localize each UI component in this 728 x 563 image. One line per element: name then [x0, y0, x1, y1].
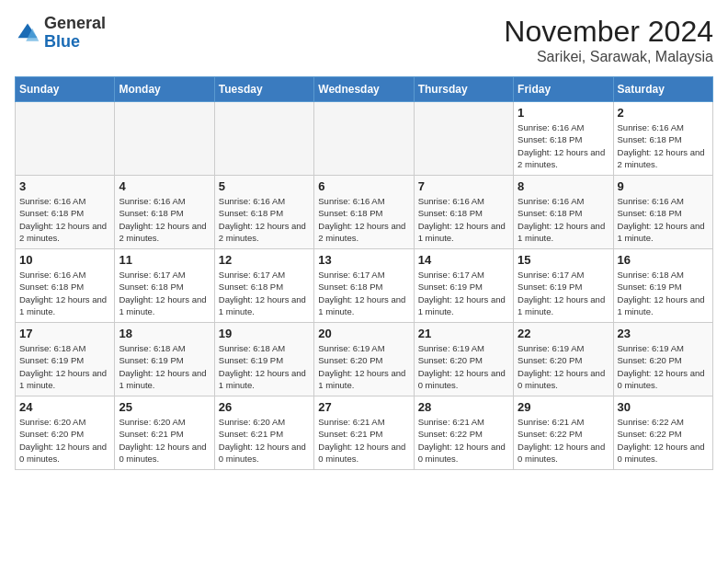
month-title: November 2024 [504, 15, 713, 49]
day-number: 26 [219, 400, 310, 414]
day-number: 22 [518, 327, 609, 340]
title-area: November 2024 Sarikei, Sarawak, Malaysia [504, 15, 713, 65]
day-cell [16, 102, 115, 176]
day-info: Sunrise: 6:17 AM Sunset: 6:19 PM Dayligh… [518, 269, 609, 317]
day-cell: 7Sunrise: 6:16 AM Sunset: 6:18 PM Daylig… [414, 176, 513, 249]
day-number: 9 [618, 179, 709, 193]
day-number: 12 [219, 253, 310, 267]
day-cell: 29Sunrise: 6:21 AM Sunset: 6:22 PM Dayli… [514, 396, 613, 470]
day-info: Sunrise: 6:16 AM Sunset: 6:18 PM Dayligh… [19, 195, 110, 244]
day-cell: 23Sunrise: 6:19 AM Sunset: 6:20 PM Dayli… [613, 323, 712, 396]
day-info: Sunrise: 6:16 AM Sunset: 6:18 PM Dayligh… [219, 195, 310, 244]
day-cell: 19Sunrise: 6:18 AM Sunset: 6:19 PM Dayli… [214, 323, 313, 396]
day-info: Sunrise: 6:18 AM Sunset: 6:19 PM Dayligh… [119, 342, 210, 391]
day-info: Sunrise: 6:18 AM Sunset: 6:19 PM Dayligh… [219, 342, 310, 391]
day-cell: 1Sunrise: 6:16 AM Sunset: 6:18 PM Daylig… [514, 102, 613, 176]
day-cell: 2Sunrise: 6:16 AM Sunset: 6:18 PM Daylig… [613, 102, 712, 176]
day-number: 13 [318, 253, 409, 267]
day-cell: 10Sunrise: 6:16 AM Sunset: 6:18 PM Dayli… [16, 249, 115, 323]
day-cell: 4Sunrise: 6:16 AM Sunset: 6:18 PM Daylig… [115, 176, 214, 249]
day-cell [414, 102, 513, 176]
week-row-2: 3Sunrise: 6:16 AM Sunset: 6:18 PM Daylig… [16, 176, 713, 249]
day-info: Sunrise: 6:16 AM Sunset: 6:18 PM Dayligh… [518, 195, 609, 244]
day-cell [115, 102, 214, 176]
day-number: 23 [618, 327, 709, 340]
day-info: Sunrise: 6:22 AM Sunset: 6:22 PM Dayligh… [618, 416, 709, 465]
day-info: Sunrise: 6:17 AM Sunset: 6:18 PM Dayligh… [219, 269, 310, 317]
weekday-wednesday: Wednesday [314, 77, 414, 102]
day-info: Sunrise: 6:16 AM Sunset: 6:18 PM Dayligh… [518, 121, 609, 170]
day-cell: 28Sunrise: 6:21 AM Sunset: 6:22 PM Dayli… [414, 396, 513, 470]
day-info: Sunrise: 6:17 AM Sunset: 6:18 PM Dayligh… [119, 269, 210, 317]
day-number: 6 [318, 179, 409, 193]
day-cell: 22Sunrise: 6:19 AM Sunset: 6:20 PM Dayli… [514, 323, 613, 396]
day-cell: 27Sunrise: 6:21 AM Sunset: 6:21 PM Dayli… [314, 396, 414, 470]
day-number: 5 [219, 179, 310, 193]
day-info: Sunrise: 6:16 AM Sunset: 6:18 PM Dayligh… [618, 195, 709, 244]
calendar: SundayMondayTuesdayWednesdayThursdayFrid… [15, 76, 713, 470]
day-number: 20 [318, 327, 409, 340]
day-number: 19 [219, 327, 310, 340]
day-cell: 20Sunrise: 6:19 AM Sunset: 6:20 PM Dayli… [314, 323, 414, 396]
day-number: 18 [119, 327, 210, 340]
day-info: Sunrise: 6:16 AM Sunset: 6:18 PM Dayligh… [119, 195, 210, 244]
weekday-thursday: Thursday [414, 77, 513, 102]
day-cell: 16Sunrise: 6:18 AM Sunset: 6:19 PM Dayli… [613, 249, 712, 323]
day-info: Sunrise: 6:20 AM Sunset: 6:21 PM Dayligh… [219, 416, 310, 465]
day-number: 28 [418, 400, 509, 414]
day-cell: 30Sunrise: 6:22 AM Sunset: 6:22 PM Dayli… [613, 396, 712, 470]
logo-blue: Blue [44, 32, 80, 51]
weekday-saturday: Saturday [613, 77, 712, 102]
day-cell [314, 102, 414, 176]
day-cell: 17Sunrise: 6:18 AM Sunset: 6:19 PM Dayli… [16, 323, 115, 396]
weekday-tuesday: Tuesday [214, 77, 313, 102]
logo-text: General Blue [44, 15, 106, 52]
day-cell: 3Sunrise: 6:16 AM Sunset: 6:18 PM Daylig… [16, 176, 115, 249]
day-number: 8 [518, 179, 609, 193]
day-number: 14 [418, 253, 509, 267]
day-info: Sunrise: 6:19 AM Sunset: 6:20 PM Dayligh… [318, 342, 409, 391]
day-cell: 5Sunrise: 6:16 AM Sunset: 6:18 PM Daylig… [214, 176, 313, 249]
day-number: 24 [19, 400, 110, 414]
day-number: 11 [119, 253, 210, 267]
weekday-friday: Friday [514, 77, 613, 102]
day-info: Sunrise: 6:16 AM Sunset: 6:18 PM Dayligh… [618, 121, 709, 170]
day-cell: 14Sunrise: 6:17 AM Sunset: 6:19 PM Dayli… [414, 249, 513, 323]
day-number: 2 [618, 106, 709, 120]
day-info: Sunrise: 6:21 AM Sunset: 6:21 PM Dayligh… [318, 416, 409, 465]
day-number: 21 [418, 327, 509, 340]
day-info: Sunrise: 6:18 AM Sunset: 6:19 PM Dayligh… [618, 269, 709, 317]
day-info: Sunrise: 6:19 AM Sunset: 6:20 PM Dayligh… [518, 342, 609, 391]
day-cell: 21Sunrise: 6:19 AM Sunset: 6:20 PM Dayli… [414, 323, 513, 396]
day-cell: 12Sunrise: 6:17 AM Sunset: 6:18 PM Dayli… [214, 249, 313, 323]
day-info: Sunrise: 6:19 AM Sunset: 6:20 PM Dayligh… [418, 342, 509, 391]
calendar-body: 1Sunrise: 6:16 AM Sunset: 6:18 PM Daylig… [16, 102, 713, 470]
day-cell: 25Sunrise: 6:20 AM Sunset: 6:21 PM Dayli… [115, 396, 214, 470]
day-info: Sunrise: 6:16 AM Sunset: 6:18 PM Dayligh… [19, 269, 110, 317]
day-cell: 9Sunrise: 6:16 AM Sunset: 6:18 PM Daylig… [613, 176, 712, 249]
day-number: 15 [518, 253, 609, 267]
header: General Blue November 2024 Sarikei, Sara… [15, 15, 713, 65]
week-row-3: 10Sunrise: 6:16 AM Sunset: 6:18 PM Dayli… [16, 249, 713, 323]
day-number: 16 [618, 253, 709, 267]
location-title: Sarikei, Sarawak, Malaysia [504, 49, 713, 65]
weekday-monday: Monday [115, 77, 214, 102]
day-number: 10 [19, 253, 110, 267]
day-number: 17 [19, 327, 110, 340]
day-number: 1 [518, 106, 609, 120]
day-cell: 8Sunrise: 6:16 AM Sunset: 6:18 PM Daylig… [514, 176, 613, 249]
logo-icon [15, 20, 40, 46]
day-number: 25 [119, 400, 210, 414]
day-number: 4 [119, 179, 210, 193]
week-row-1: 1Sunrise: 6:16 AM Sunset: 6:18 PM Daylig… [16, 102, 713, 176]
logo-general: General [44, 14, 106, 32]
day-info: Sunrise: 6:16 AM Sunset: 6:18 PM Dayligh… [418, 195, 509, 244]
day-cell: 24Sunrise: 6:20 AM Sunset: 6:20 PM Dayli… [16, 396, 115, 470]
day-number: 27 [318, 400, 409, 414]
day-info: Sunrise: 6:17 AM Sunset: 6:19 PM Dayligh… [418, 269, 509, 317]
day-number: 29 [518, 400, 609, 414]
day-info: Sunrise: 6:17 AM Sunset: 6:18 PM Dayligh… [318, 269, 409, 317]
day-info: Sunrise: 6:18 AM Sunset: 6:19 PM Dayligh… [19, 342, 110, 391]
day-cell: 13Sunrise: 6:17 AM Sunset: 6:18 PM Dayli… [314, 249, 414, 323]
weekday-header: SundayMondayTuesdayWednesdayThursdayFrid… [16, 77, 713, 102]
